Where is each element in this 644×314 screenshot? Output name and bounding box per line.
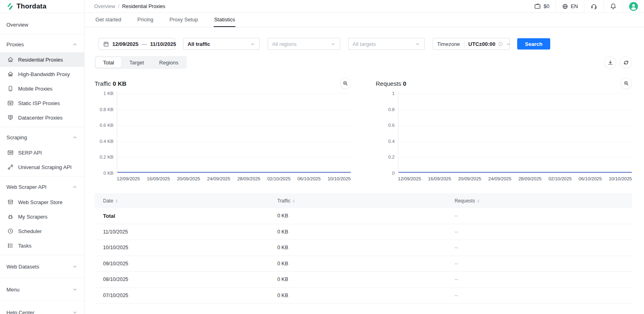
sidebar-item-label: Web Scraper Store: [18, 199, 62, 205]
server-monitor-icon: [7, 114, 14, 121]
targets-select[interactable]: All targets: [348, 38, 425, 50]
row-requests: --: [454, 213, 632, 219]
x-tick: 12/09/2025: [398, 176, 421, 181]
traffic-x-axis: 12/09/2025 16/09/2025 20/09/2025 24/09/2…: [117, 176, 351, 181]
date-end: 11/10/2025: [150, 41, 176, 47]
sidebar-item-label: Datacenter Proxies: [18, 115, 63, 121]
sidebar-item-label: My Scrapers: [18, 214, 47, 220]
brand-logo[interactable]: Thordata: [0, 0, 84, 13]
timezone-select[interactable]: Timezone UTC±00:00: [433, 38, 510, 50]
tab-get-started[interactable]: Get started: [95, 13, 122, 27]
sidebar-item-mobile-proxies[interactable]: Mobile Proxies: [0, 81, 84, 96]
sidebar-section-scraping[interactable]: Scraping: [0, 129, 84, 145]
sort-icon[interactable]: ▲▼: [293, 199, 295, 203]
breadcrumb: Overview / Residential Proxies: [85, 0, 165, 12]
download-button[interactable]: [604, 56, 616, 68]
traffic-chart: Traffic 0 KB 1 KB 0.8: [95, 77, 351, 181]
section-label: Proxies: [6, 41, 24, 48]
regions-select[interactable]: All regions: [268, 38, 340, 50]
sidebar-item-datacenter-proxies[interactable]: Datacenter Proxies: [0, 110, 84, 125]
search-button[interactable]: Search: [517, 38, 550, 50]
section-label: Scraping: [6, 134, 27, 140]
user-menu[interactable]: [623, 0, 644, 12]
wallet-icon: [534, 3, 541, 10]
requests-plot-area[interactable]: 1 0.8 0.6 0.4 0.2 0: [376, 93, 632, 173]
x-tick: 02/10/2025: [267, 176, 291, 181]
view-tab-total[interactable]: Total: [96, 57, 121, 68]
sort-icon[interactable]: ▲▼: [115, 199, 118, 203]
top-bar: Overview / Residential Proxies $0 EN: [85, 0, 644, 13]
sidebar-section-web-scraper-api[interactable]: Web Scraper API: [0, 179, 84, 195]
sidebar-item-label: Overview: [6, 22, 28, 28]
language-selector[interactable]: EN: [555, 0, 584, 12]
sidebar-item-scheduler[interactable]: Scheduler: [0, 224, 84, 238]
row-traffic: 0 KB: [277, 245, 455, 250]
main-area: Overview / Residential Proxies $0 EN: [85, 0, 644, 314]
sidebar-item-high-bandwidth-proxy[interactable]: High-Bandwidth Proxy: [0, 67, 84, 81]
x-tick: 02/10/2025: [549, 176, 572, 181]
table-row-clipped: [95, 304, 632, 314]
traffic-total-value: 0 KB: [113, 80, 126, 87]
tab-statistics[interactable]: Statistics: [214, 13, 235, 27]
traffic-zoom-button[interactable]: [340, 78, 351, 89]
view-tab-regions[interactable]: Regions: [152, 57, 186, 68]
row-requests: --: [454, 245, 632, 250]
tab-pricing[interactable]: Pricing: [137, 13, 154, 27]
brand-name: Thordata: [17, 2, 46, 10]
sidebar-item-my-scrapers[interactable]: My Scrapers: [0, 209, 84, 224]
breadcrumb-overview-link[interactable]: Overview: [94, 4, 115, 9]
x-tick: 28/09/2025: [237, 176, 260, 181]
sidebar-item-web-scraper-store[interactable]: Web Scraper Store: [0, 195, 84, 209]
globe-icon: [562, 3, 568, 10]
notifications-button[interactable]: [603, 0, 623, 12]
row-traffic: 0 KB: [277, 213, 455, 219]
traffic-select-value: All traffic: [188, 41, 210, 47]
sort-icon[interactable]: ▲▼: [477, 199, 479, 203]
row-date: 11/10/2025: [95, 229, 277, 235]
support-button[interactable]: [584, 0, 603, 12]
sidebar-divider: [0, 127, 84, 127]
wallet-balance-button[interactable]: $0: [528, 0, 555, 12]
x-tick: 16/09/2025: [147, 176, 170, 181]
sidebar-section-proxies[interactable]: Proxies: [0, 36, 84, 52]
api-window-icon: API: [7, 149, 14, 156]
headset-icon: [590, 3, 597, 10]
row-traffic: 0 KB: [277, 277, 455, 282]
requests-zoom-button[interactable]: [621, 78, 632, 89]
sidebar-item-residential-proxies[interactable]: Residential Proxies: [0, 52, 84, 67]
date-range-picker[interactable]: 12/09/2025 — 11/10/2025: [99, 38, 175, 50]
chevron-up-icon: [72, 134, 78, 140]
sidebar-item-static-isp-proxies[interactable]: Static ISP Proxies: [0, 96, 84, 110]
page-tabs: Get started Pricing Proxy Setup Statisti…: [85, 13, 644, 27]
sidebar-item-overview[interactable]: Overview: [0, 17, 84, 32]
traffic-type-select[interactable]: All traffic: [183, 38, 260, 50]
x-tick: 16/09/2025: [428, 176, 451, 181]
sidebar-item-tasks[interactable]: Tasks: [0, 238, 84, 253]
language-label: EN: [571, 3, 578, 9]
chevron-down-icon: [72, 287, 78, 292]
calendar-icon: [103, 41, 109, 47]
table-row: Total 0 KB --: [95, 208, 632, 224]
y-tick: 0.4 KB: [95, 139, 114, 144]
row-date: 10/10/2025: [95, 245, 277, 250]
row-date: Total: [95, 213, 277, 219]
tab-proxy-setup[interactable]: Proxy Setup: [169, 13, 198, 27]
view-tab-target[interactable]: Target: [122, 57, 151, 68]
sidebar-section-web-datasets[interactable]: Web Datasets: [0, 257, 84, 276]
sidebar-section-help-center[interactable]: Help Center: [0, 303, 84, 314]
sidebar-item-label: Tasks: [18, 243, 31, 249]
section-label: Help Center: [6, 310, 34, 314]
chevron-up-icon: [72, 184, 78, 190]
sidebar-item-serp-api[interactable]: API SERP API: [0, 145, 84, 160]
column-date: Date: [103, 198, 113, 204]
x-tick: 24/09/2025: [207, 176, 231, 181]
sidebar-divider: [0, 255, 84, 255]
y-tick: 1: [376, 91, 395, 96]
chevron-down-icon: [72, 310, 78, 314]
chart-actions: [604, 56, 632, 68]
sidebar-section-menu[interactable]: Menu: [0, 280, 84, 299]
traffic-plot-area[interactable]: 1 KB 0.8 KB 0.6 KB 0.4 KB 0.2 KB 0 KB: [95, 93, 351, 173]
sidebar-item-universal-scraping-api[interactable]: Universal Scraping API: [0, 160, 84, 174]
refresh-button[interactable]: [620, 56, 632, 68]
sidebar-item-label: Universal Scraping API: [18, 164, 72, 170]
